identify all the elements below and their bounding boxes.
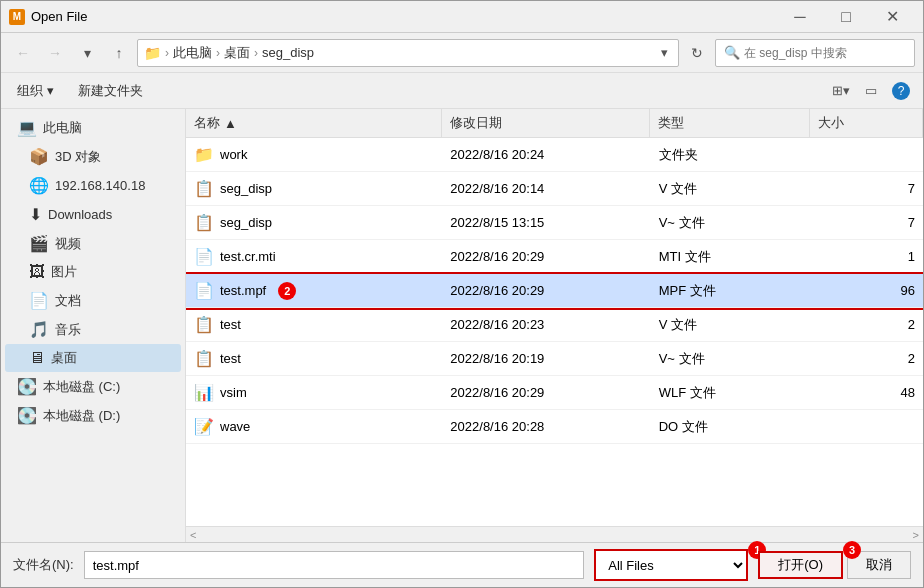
file-icon: 📝: [194, 417, 214, 436]
view-panel-button[interactable]: ▭: [857, 77, 885, 105]
file-date-cell: 2022/8/16 20:29: [442, 382, 650, 403]
title-bar: M Open File ─ □ ✕: [1, 1, 923, 33]
sidebar-item-videos[interactable]: 🎬 视频: [5, 229, 181, 258]
sidebar-item-local-c[interactable]: 💽 本地磁盘 (C:): [5, 372, 181, 401]
filename-input[interactable]: [84, 551, 585, 579]
file-row[interactable]: 📋 seg_disp 2022/8/15 13:15 V~ 文件 7: [186, 206, 923, 240]
sidebar-item-3d-objects[interactable]: 📦 3D 对象: [5, 142, 181, 171]
file-size-cell: 7: [811, 178, 923, 199]
file-date-cell: 2022/8/15 13:15: [442, 212, 650, 233]
file-list-header: 名称 ▲ 修改日期 类型 大小: [186, 109, 923, 138]
file-row[interactable]: 📝 wave 2022/8/16 20:28 DO 文件: [186, 410, 923, 444]
app-icon: M: [9, 9, 25, 25]
sidebar-item-pictures[interactable]: 🖼 图片: [5, 258, 181, 286]
search-icon: 🔍: [724, 45, 740, 60]
view-list-icon: ⊞: [832, 83, 843, 98]
file-type-cell: V~ 文件: [651, 347, 811, 371]
file-date-cell: 2022/8/16 20:28: [442, 416, 650, 437]
file-list: 📁 work 2022/8/16 20:24 文件夹 📋 seg_disp 20…: [186, 138, 923, 526]
col-header-date[interactable]: 修改日期: [442, 109, 650, 137]
filename-label: 文件名(N):: [13, 556, 74, 574]
file-name-cell: 📋 seg_disp: [186, 210, 442, 235]
file-date-cell: 2022/8/16 20:24: [442, 144, 650, 165]
horizontal-scrollbar[interactable]: < >: [186, 526, 923, 542]
address-dropdown-arrow[interactable]: ▾: [657, 45, 672, 60]
file-row[interactable]: 📁 work 2022/8/16 20:24 文件夹: [186, 138, 923, 172]
up-button[interactable]: ↑: [105, 39, 133, 67]
sort-icon: ▲: [224, 116, 237, 131]
desktop-icon: 🖥: [29, 349, 45, 367]
file-row[interactable]: 📊 vsim 2022/8/16 20:29 WLF 文件 48: [186, 376, 923, 410]
action-toolbar: 组织 ▾ 新建文件夹 ⊞ ▾ ▭ ?: [1, 73, 923, 109]
file-date-cell: 2022/8/16 20:14: [442, 178, 650, 199]
file-name: vsim: [220, 385, 247, 400]
search-bar[interactable]: 🔍: [715, 39, 915, 67]
crumb-desktop[interactable]: 桌面: [224, 44, 250, 62]
dropdown-button[interactable]: ▾: [73, 39, 101, 67]
col-header-name[interactable]: 名称 ▲: [186, 109, 442, 137]
crumb-seg-disp[interactable]: seg_disp: [262, 45, 314, 60]
sidebar-item-downloads[interactable]: ⬇ Downloads: [5, 200, 181, 229]
sidebar-item-local-d[interactable]: 💽 本地磁盘 (D:): [5, 401, 181, 430]
file-list-area: 名称 ▲ 修改日期 类型 大小 📁 work 2022/8/16 20:2: [186, 109, 923, 542]
close-button[interactable]: ✕: [869, 1, 915, 33]
minimize-button[interactable]: ─: [777, 1, 823, 33]
file-size-cell: [811, 152, 923, 158]
file-icon: 📄: [194, 281, 214, 300]
file-type-cell: V~ 文件: [651, 211, 811, 235]
file-name: test.mpf: [220, 283, 266, 298]
file-name-cell: 📝 wave: [186, 414, 442, 439]
annotation-badge-2: 2: [278, 282, 296, 300]
downloads-icon: ⬇: [29, 205, 42, 224]
back-button[interactable]: ←: [9, 39, 37, 67]
sidebar-item-network[interactable]: 🌐 192.168.140.18: [5, 171, 181, 200]
open-button[interactable]: 打开(O): [758, 551, 843, 579]
organize-button[interactable]: 组织 ▾: [9, 78, 62, 104]
main-content: 💻 此电脑 📦 3D 对象 🌐 192.168.140.18 ⬇ Downloa…: [1, 109, 923, 542]
search-input[interactable]: [744, 46, 906, 60]
sidebar-item-this-pc[interactable]: 💻 此电脑: [5, 113, 181, 142]
file-date-cell: 2022/8/16 20:29: [442, 246, 650, 267]
file-row[interactable]: 📋 test 2022/8/16 20:23 V 文件 2: [186, 308, 923, 342]
file-icon: 📋: [194, 179, 214, 198]
new-folder-button[interactable]: 新建文件夹: [70, 78, 151, 104]
file-row[interactable]: 📋 seg_disp 2022/8/16 20:14 V 文件 7: [186, 172, 923, 206]
file-icon: 📁: [194, 145, 214, 164]
filetype-select[interactable]: All Files MPF Files V Files: [596, 551, 746, 579]
file-row[interactable]: 📄 test.mpf 2 2022/8/16 20:29 MPF 文件 96: [186, 274, 923, 308]
this-pc-icon: 💻: [17, 118, 37, 137]
file-name-cell: 📊 vsim: [186, 380, 442, 405]
file-name-cell: 📋 test: [186, 346, 442, 371]
file-icon: 📋: [194, 349, 214, 368]
network-icon: 🌐: [29, 176, 49, 195]
view-list-button[interactable]: ⊞ ▾: [827, 77, 855, 105]
action-buttons: 打开(O) 3 取消: [758, 551, 911, 579]
file-icon: 📊: [194, 383, 214, 402]
forward-button[interactable]: →: [41, 39, 69, 67]
col-header-type[interactable]: 类型: [650, 109, 810, 137]
file-type-cell: WLF 文件: [651, 381, 811, 405]
help-button[interactable]: ?: [887, 77, 915, 105]
file-name-cell: 📄 test.cr.mti: [186, 244, 442, 269]
3d-objects-icon: 📦: [29, 147, 49, 166]
sidebar-item-music[interactable]: 🎵 音乐: [5, 315, 181, 344]
local-c-icon: 💽: [17, 377, 37, 396]
file-name: test.cr.mti: [220, 249, 276, 264]
file-type-cell: MTI 文件: [651, 245, 811, 269]
refresh-button[interactable]: ↻: [683, 39, 711, 67]
maximize-button[interactable]: □: [823, 1, 869, 33]
file-type-cell: DO 文件: [651, 415, 811, 439]
file-row[interactable]: 📄 test.cr.mti 2022/8/16 20:29 MTI 文件 1: [186, 240, 923, 274]
col-header-size[interactable]: 大小: [810, 109, 923, 137]
sidebar-item-documents[interactable]: 📄 文档: [5, 286, 181, 315]
sidebar: 💻 此电脑 📦 3D 对象 🌐 192.168.140.18 ⬇ Downloa…: [1, 109, 186, 542]
music-icon: 🎵: [29, 320, 49, 339]
address-toolbar: ← → ▾ ↑ 📁 › 此电脑 › 桌面 › seg_disp ▾ ↻ 🔍: [1, 33, 923, 73]
sidebar-item-desktop[interactable]: 🖥 桌面: [5, 344, 181, 372]
address-bar[interactable]: 📁 › 此电脑 › 桌面 › seg_disp ▾: [137, 39, 679, 67]
window-controls: ─ □ ✕: [777, 1, 915, 33]
file-name: work: [220, 147, 247, 162]
file-row[interactable]: 📋 test 2022/8/16 20:19 V~ 文件 2: [186, 342, 923, 376]
crumb-this-pc[interactable]: 此电脑: [173, 44, 212, 62]
file-name: seg_disp: [220, 215, 272, 230]
